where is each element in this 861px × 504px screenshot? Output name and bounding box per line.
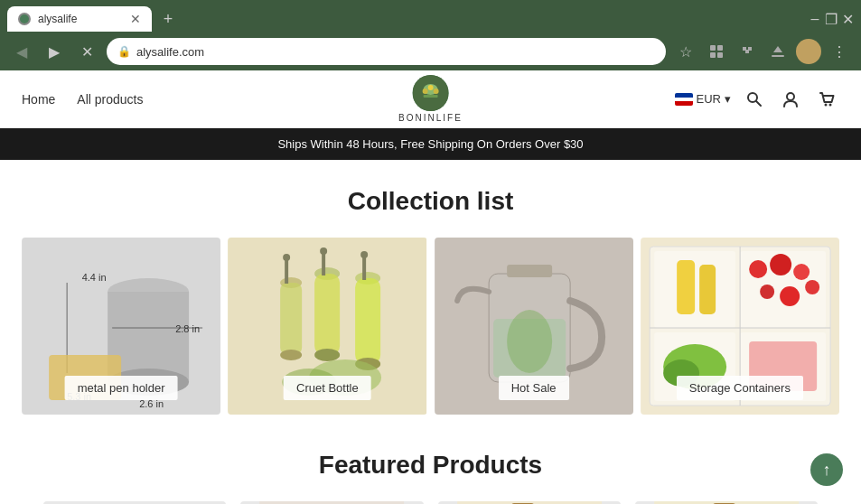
tab-close-button[interactable]: ✕ xyxy=(130,12,141,26)
bookmark-icon[interactable]: ☆ xyxy=(673,39,698,64)
svg-marker-6 xyxy=(773,46,782,52)
svg-rect-36 xyxy=(314,274,340,355)
svg-rect-2 xyxy=(717,45,723,51)
svg-point-16 xyxy=(825,103,828,106)
browser-tab-active[interactable]: alysalife ✕ xyxy=(7,6,152,32)
svg-text:4.4 in: 4.4 in xyxy=(82,272,107,283)
svg-point-10 xyxy=(427,85,433,90)
svg-point-37 xyxy=(314,349,340,361)
svg-point-17 xyxy=(829,103,832,106)
svg-rect-3 xyxy=(710,52,716,58)
extension2-icon[interactable] xyxy=(735,39,760,64)
site-header: Home All products BONINLIFE EUR ▾ xyxy=(0,70,861,128)
search-icon[interactable] xyxy=(742,87,767,112)
currency-chevron: ▾ xyxy=(725,92,731,106)
new-tab-button[interactable]: + xyxy=(155,6,181,32)
minimize-button[interactable]: – xyxy=(809,13,821,25)
header-right: EUR ▾ xyxy=(675,87,839,112)
forward-button[interactable]: ▶ xyxy=(42,39,67,64)
svg-point-55 xyxy=(749,260,767,278)
cart-icon[interactable] xyxy=(814,87,839,112)
svg-point-15 xyxy=(787,93,794,100)
svg-rect-63 xyxy=(699,265,716,314)
collection-item-storage[interactable]: Storage Containers xyxy=(641,238,839,415)
currency-selector[interactable]: EUR ▾ xyxy=(675,92,731,106)
svg-rect-43 xyxy=(362,257,366,280)
refresh-button[interactable]: ✕ xyxy=(74,39,99,64)
svg-rect-5 xyxy=(772,55,784,57)
collection-item-hotsale[interactable]: Hot Sale xyxy=(435,238,633,415)
collection-label-cruet: Cruet Bottle xyxy=(284,376,371,400)
back-button[interactable]: ◀ xyxy=(9,39,34,64)
url-text: alysalife.com xyxy=(136,45,204,59)
featured-products-title: Featured Products xyxy=(22,451,839,480)
logo-name: BONINLIFE xyxy=(398,113,463,123)
collection-title: Collection list xyxy=(22,187,839,216)
svg-text:2.8 in: 2.8 in xyxy=(175,323,200,334)
collection-grid: 4.4 in 2.8 in 5.3 in 2.6 in metal pen ho… xyxy=(22,238,839,415)
svg-rect-31 xyxy=(280,283,302,355)
promo-banner: Ships Within 48 Hours, Free Shipping On … xyxy=(0,128,861,160)
eu-flag xyxy=(675,93,693,106)
svg-rect-12 xyxy=(423,95,437,98)
svg-point-60 xyxy=(805,280,819,294)
lock-icon: 🔒 xyxy=(117,45,131,58)
logo-image xyxy=(412,75,448,111)
tab-favicon xyxy=(18,13,31,25)
svg-rect-33 xyxy=(285,260,288,284)
close-window-button[interactable]: ✕ xyxy=(841,13,854,25)
site-logo: BONINLIFE xyxy=(398,75,463,123)
svg-point-0 xyxy=(20,14,29,23)
svg-point-56 xyxy=(770,254,791,275)
svg-line-14 xyxy=(756,101,761,106)
tab-bar: alysalife ✕ + – ❐ ✕ xyxy=(0,0,861,33)
svg-point-50 xyxy=(507,310,552,373)
svg-point-11 xyxy=(433,89,438,94)
svg-point-57 xyxy=(793,264,810,280)
tab-title: alysalife xyxy=(38,13,77,25)
svg-point-39 xyxy=(320,247,327,255)
extension-puzzle-icon[interactable] xyxy=(704,39,729,64)
svg-point-44 xyxy=(360,251,368,258)
nav-home[interactable]: Home xyxy=(22,92,55,107)
svg-rect-4 xyxy=(717,52,723,58)
maximize-button[interactable]: ❐ xyxy=(825,13,838,25)
main-content: Collection list 4.4 in 2.8 in 5.3 in 2.6… xyxy=(0,160,861,504)
svg-rect-1 xyxy=(710,45,716,51)
site-nav: Home All products xyxy=(22,92,144,107)
svg-point-32 xyxy=(280,350,302,360)
svg-point-59 xyxy=(780,286,800,306)
svg-rect-41 xyxy=(355,278,380,364)
download-icon[interactable] xyxy=(765,39,791,64)
browser-chrome: alysalife ✕ + – ❐ ✕ ◀ ▶ ✕ 🔒 alysalife.co… xyxy=(0,0,861,70)
svg-point-9 xyxy=(422,89,427,94)
svg-rect-62 xyxy=(677,260,695,314)
collection-item-metal[interactable]: 4.4 in 2.8 in 5.3 in 2.6 in metal pen ho… xyxy=(22,238,220,415)
window-controls: – ❐ ✕ xyxy=(809,13,854,25)
browser-toolbar: ◀ ▶ ✕ 🔒 alysalife.com ☆ ⋮ xyxy=(0,33,861,70)
collection-label-storage: Storage Containers xyxy=(677,376,803,400)
promo-text: Ships Within 48 Hours, Free Shipping On … xyxy=(277,137,583,151)
svg-point-58 xyxy=(760,285,774,299)
scroll-to-top-button[interactable]: ↑ xyxy=(810,453,843,486)
user-avatar[interactable] xyxy=(796,39,821,64)
svg-rect-51 xyxy=(507,265,552,277)
collection-label-hotsale: Hot Sale xyxy=(499,376,569,400)
svg-point-34 xyxy=(283,254,290,261)
account-icon[interactable] xyxy=(778,87,803,112)
chrome-menu-icon[interactable]: ⋮ xyxy=(827,39,852,64)
currency-label: EUR xyxy=(697,92,721,106)
collection-item-cruet[interactable]: Cruet Bottle xyxy=(228,238,426,415)
scroll-up-icon: ↑ xyxy=(823,461,831,480)
nav-all-products[interactable]: All products xyxy=(77,92,143,107)
svg-rect-38 xyxy=(322,254,325,275)
address-bar[interactable]: 🔒 alysalife.com xyxy=(107,38,666,65)
toolbar-icons: ☆ ⋮ xyxy=(673,39,852,64)
collection-label-metal: metal pen holder xyxy=(65,376,178,400)
